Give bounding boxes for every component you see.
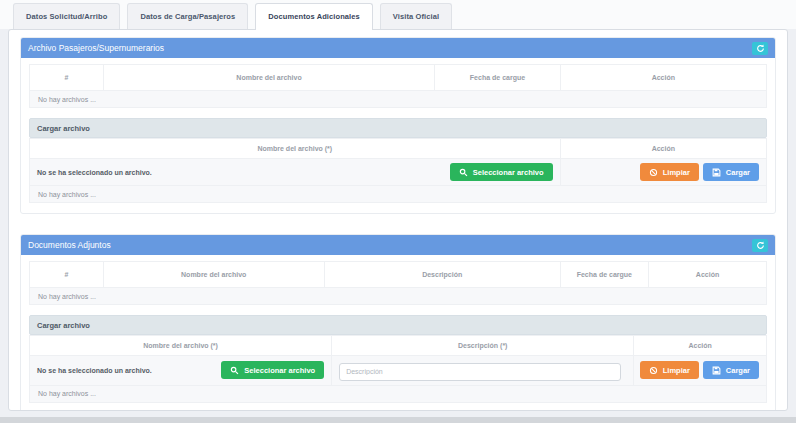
files-table-header-row: # Nombre del archivo Descripción Fecha d… xyxy=(30,262,767,288)
empty-row: No hay archivos ... xyxy=(30,288,767,305)
tab-visita-oficial[interactable]: Visita Oficial xyxy=(380,3,452,29)
empty-row: No hay archivos ... xyxy=(30,385,767,402)
seleccionar-archivo-label: Seleccionar archivo xyxy=(473,168,544,177)
panel-header: Archivo Pasajeros/Supernumerarios xyxy=(21,38,775,58)
upload-table: Nombre del archivo (*) Acción No se ha s… xyxy=(29,138,767,203)
limpiar-label: Limpiar xyxy=(663,366,690,375)
no-file-selected-text: No se ha seleccionado un archivo. xyxy=(37,169,152,176)
upload-row: No se ha seleccionado un archivo. Selecc… xyxy=(30,159,767,186)
upload-row: No se ha seleccionado un archivo. Selecc… xyxy=(30,356,767,386)
cargar-archivo-section-title: Cargar archivo xyxy=(29,118,767,138)
empty-message: No hay archivos ... xyxy=(30,288,767,305)
col-nombre-archivo-required: Nombre del archivo (*) xyxy=(30,336,332,356)
save-icon xyxy=(712,366,721,375)
col-number: # xyxy=(30,262,104,288)
panel-header: Documentos Adjuntos xyxy=(21,235,775,255)
descripcion-input[interactable] xyxy=(339,363,620,381)
search-icon xyxy=(230,366,239,375)
empty-message: No hay archivos ... xyxy=(30,385,767,402)
col-fecha-cargue: Fecha de cargue xyxy=(435,65,560,91)
bottom-background-strip xyxy=(0,417,796,423)
panel-body: # Nombre del archivo Descripción Fecha d… xyxy=(21,255,775,411)
tab-documentos-adicionales[interactable]: Documentos Adicionales xyxy=(255,3,373,30)
refresh-icon xyxy=(756,44,765,53)
col-accion: Acción xyxy=(649,262,767,288)
col-accion: Acción xyxy=(560,139,766,159)
file-select-cell: No se ha seleccionado un archivo. Selecc… xyxy=(30,159,561,186)
clear-icon xyxy=(649,168,658,177)
cargar-button[interactable]: Cargar xyxy=(703,361,759,379)
files-table-header-row: # Nombre del archivo Fecha de cargue Acc… xyxy=(30,65,767,91)
search-icon xyxy=(459,168,468,177)
panel-title: Documentos Adjuntos xyxy=(28,240,111,250)
col-number: # xyxy=(30,65,104,91)
panel-documentos-adjuntos: Documentos Adjuntos # Nombre del archivo… xyxy=(20,234,776,411)
limpiar-button[interactable]: Limpiar xyxy=(640,163,699,181)
empty-message: No hay archivos ... xyxy=(30,186,767,203)
save-icon xyxy=(712,168,721,177)
files-table: # Nombre del archivo Fecha de cargue Acc… xyxy=(29,64,767,108)
tab-datos-carga-pasajeros[interactable]: Datos de Carga/Pasajeros xyxy=(127,3,248,29)
limpiar-label: Limpiar xyxy=(663,168,690,177)
description-cell xyxy=(332,356,634,386)
panel-title: Archivo Pasajeros/Supernumerarios xyxy=(28,43,164,53)
empty-message: No hay archivos ... xyxy=(30,91,767,108)
no-file-selected-text: No se ha seleccionado un archivo. xyxy=(37,367,152,374)
cargar-label: Cargar xyxy=(726,168,750,177)
upload-header-row: Nombre del archivo (*) Descripción (*) A… xyxy=(30,336,767,356)
col-accion: Acción xyxy=(560,65,766,91)
documents-tab-content: Archivo Pasajeros/Supernumerarios # Nomb… xyxy=(8,29,788,411)
col-descripcion-required: Descripción (*) xyxy=(332,336,634,356)
cargar-archivo-section-title: Cargar archivo xyxy=(29,315,767,335)
empty-row: No hay archivos ... xyxy=(30,186,767,203)
empty-row: No hay archivos ... xyxy=(30,91,767,108)
actions-cell: Limpiar Cargar xyxy=(560,159,766,186)
upload-table: Nombre del archivo (*) Descripción (*) A… xyxy=(29,335,767,403)
limpiar-button[interactable]: Limpiar xyxy=(640,361,699,379)
files-table: # Nombre del archivo Descripción Fecha d… xyxy=(29,261,767,305)
seleccionar-archivo-button[interactable]: Seleccionar archivo xyxy=(221,361,324,379)
cargar-button[interactable]: Cargar xyxy=(703,163,759,181)
refresh-icon xyxy=(756,241,765,250)
refresh-button[interactable] xyxy=(752,239,768,252)
panel-archivo-pasajeros: Archivo Pasajeros/Supernumerarios # Nomb… xyxy=(20,37,776,214)
col-descripcion: Descripción xyxy=(324,262,560,288)
cargar-label: Cargar xyxy=(726,366,750,375)
col-fecha-cargue: Fecha de cargue xyxy=(560,262,648,288)
refresh-button[interactable] xyxy=(752,42,768,55)
seleccionar-archivo-button[interactable]: Seleccionar archivo xyxy=(450,163,553,181)
clear-icon xyxy=(649,366,658,375)
col-nombre-archivo: Nombre del archivo xyxy=(103,262,324,288)
panel-body: # Nombre del archivo Fecha de cargue Acc… xyxy=(21,58,775,213)
actions-cell: Limpiar Cargar xyxy=(634,356,767,386)
tab-datos-solicitud-arribo[interactable]: Datos Solicitud/Arribo xyxy=(13,3,120,29)
file-select-cell: No se ha seleccionado un archivo. Selecc… xyxy=(30,356,332,386)
upload-header-row: Nombre del archivo (*) Acción xyxy=(30,139,767,159)
col-nombre-archivo: Nombre del archivo xyxy=(103,65,435,91)
seleccionar-archivo-label: Seleccionar archivo xyxy=(244,366,315,375)
col-accion: Acción xyxy=(634,336,767,356)
col-nombre-archivo-required: Nombre del archivo (*) xyxy=(30,139,561,159)
tab-bar: Datos Solicitud/Arribo Datos de Carga/Pa… xyxy=(0,0,796,29)
